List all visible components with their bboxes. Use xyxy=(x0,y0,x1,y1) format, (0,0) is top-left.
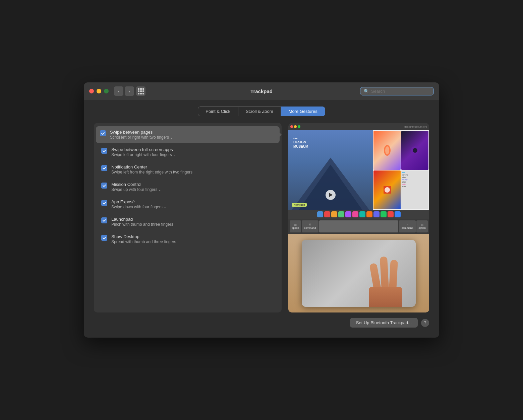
thumb-svg-3 xyxy=(382,185,392,195)
titlebar: ‹ › Trackpad 🔍 xyxy=(84,82,439,100)
checkmark-icon xyxy=(101,131,105,135)
setting-subtitle-app-expose: Swipe down with four fingers ⌄ xyxy=(111,205,274,209)
svg-point-3 xyxy=(385,146,389,154)
setting-launchpad[interactable]: Launchpad Pinch with thumb and three fin… xyxy=(96,213,280,230)
setting-text-notification-center: Notification Center Swipe left from the … xyxy=(111,164,274,174)
dock-icon-11 xyxy=(388,211,394,217)
bluetooth-trackpad-button[interactable]: Set Up Bluetooth Trackpad... xyxy=(350,318,418,328)
tab-scroll-zoom[interactable]: Scroll & Zoom xyxy=(238,107,281,116)
forward-icon: › xyxy=(129,89,130,94)
play-icon xyxy=(329,193,333,197)
dock-icon-5 xyxy=(345,211,351,217)
settings-list: Swipe between pages Scroll left or right… xyxy=(94,123,282,312)
chevron-icon-1: ⌄ xyxy=(173,153,176,157)
checkbox-swipe-fullscreen[interactable] xyxy=(101,148,107,154)
setting-title-mission-control: Mission Control xyxy=(111,182,274,187)
museum-text: the DESIGN MUSEUM xyxy=(293,137,308,149)
key-left-command: ⌘ command xyxy=(302,220,318,232)
tab-more-gestures[interactable]: More Gestures xyxy=(281,107,325,116)
maximize-button[interactable] xyxy=(104,89,109,93)
setting-title-swipe-pages: Swipe between pages xyxy=(110,130,276,135)
checkbox-mission-control[interactable] xyxy=(101,183,107,189)
key-left-cmd-bottom: command xyxy=(304,226,316,229)
checkbox-launchpad[interactable] xyxy=(101,217,107,223)
setting-app-expose[interactable]: App Exposé Swipe down with four fingers … xyxy=(96,196,280,213)
window-title: Trackpad xyxy=(250,88,273,94)
forward-button[interactable]: › xyxy=(125,86,134,96)
setting-text-launchpad: Launchpad Pinch with thumb and three fin… xyxy=(111,217,274,227)
search-bar[interactable]: 🔍 xyxy=(360,87,434,95)
back-icon: ‹ xyxy=(118,89,119,94)
browser-url: designmuseum.org xyxy=(404,125,427,128)
browser-content: the DESIGN MUSEUM xyxy=(288,130,429,210)
grid-button[interactable] xyxy=(136,86,146,96)
setting-swipe-fullscreen[interactable]: Swipe between full-screen apps Swipe lef… xyxy=(96,144,280,160)
checkbox-show-desktop[interactable] xyxy=(101,235,107,241)
checkmark-icon xyxy=(102,201,106,205)
key-right-cmd-bottom: command xyxy=(402,226,413,229)
checkmark-icon xyxy=(102,184,106,188)
setting-show-desktop[interactable]: Show Desktop Spread with thumb and three… xyxy=(96,231,280,248)
setting-text-app-expose: App Exposé Swipe down with four fingers … xyxy=(111,199,274,209)
video-play-button[interactable] xyxy=(326,190,336,200)
checkbox-notification-center[interactable] xyxy=(101,165,107,171)
checkmark-icon xyxy=(102,166,106,170)
setting-subtitle-launchpad: Pinch with thumb and three fingers xyxy=(111,222,274,227)
setting-subtitle-swipe-fullscreen: Swipe left or right with four fingers ⌄ xyxy=(111,152,274,157)
now-open-badge: Now open xyxy=(292,203,307,207)
setting-subtitle-show-desktop: Spread with thumb and three fingers xyxy=(111,239,274,244)
thumb-svg-1 xyxy=(382,144,392,157)
setting-swipe-pages[interactable]: Swipe between pages Scroll left or right… xyxy=(96,126,280,143)
browser-dot-min xyxy=(294,125,297,128)
tab-point-click[interactable]: Point & Click xyxy=(198,107,238,116)
minimize-button[interactable] xyxy=(97,89,101,93)
thumb-text-4: fest commu nique Design grun artist isch… xyxy=(402,171,427,188)
search-input[interactable] xyxy=(371,89,430,94)
setting-title-swipe-fullscreen: Swipe between full-screen apps xyxy=(111,147,274,152)
setting-subtitle-mission-control: Swipe up with four fingers ⌄ xyxy=(111,187,274,192)
browser-dot-close xyxy=(290,125,293,128)
content-area: Point & Click Scroll & Zoom More Gesture… xyxy=(84,100,439,338)
setting-title-notification-center: Notification Center xyxy=(111,164,274,169)
dock-icon-10 xyxy=(381,211,387,217)
dock-icon-12 xyxy=(395,211,401,217)
setting-text-swipe-fullscreen: Swipe between full-screen apps Swipe lef… xyxy=(111,147,274,157)
hand-gesture xyxy=(365,247,406,307)
thumbnail-3 xyxy=(373,170,401,209)
chevron-icon-0: ⌄ xyxy=(170,136,173,139)
key-left-option: alt option xyxy=(290,220,301,232)
setting-title-app-expose: App Exposé xyxy=(111,199,274,204)
help-button[interactable]: ? xyxy=(421,319,429,327)
key-spacebar xyxy=(319,220,398,232)
dock-row xyxy=(288,210,429,219)
building-svg xyxy=(288,154,373,210)
dock-icon-2 xyxy=(324,211,330,217)
browser-dots xyxy=(290,125,300,128)
browser-mockup: designmuseum.org the DESIGN MUSEUM xyxy=(288,123,429,210)
setting-text-show-desktop: Show Desktop Spread with thumb and three… xyxy=(111,234,274,244)
key-left-cmd-top: ⌘ xyxy=(309,223,311,226)
back-button[interactable]: ‹ xyxy=(114,86,123,96)
setting-mission-control[interactable]: Mission Control Swipe up with four finge… xyxy=(96,179,280,195)
svg-point-7 xyxy=(385,187,390,193)
checkmark-icon xyxy=(102,236,106,240)
key-left-option-top: alt xyxy=(294,224,296,226)
checkbox-app-expose[interactable] xyxy=(101,200,107,206)
close-button[interactable] xyxy=(89,89,94,93)
key-right-option-bottom: option xyxy=(418,226,426,229)
setting-notification-center[interactable]: Notification Center Swipe left from the … xyxy=(96,161,280,178)
dock-icon-9 xyxy=(373,211,380,217)
svg-marker-1 xyxy=(299,165,362,210)
traffic-lights xyxy=(89,89,109,93)
thumbnail-2 xyxy=(401,131,428,170)
setting-subtitle-notification-center: Swipe left from the right edge with two … xyxy=(111,170,274,174)
thumbnail-4: fest commu nique Design grun artist isch… xyxy=(401,170,428,209)
thumb-svg-2 xyxy=(410,145,420,155)
chevron-icon-4: ⌄ xyxy=(164,205,166,209)
checkbox-swipe-pages[interactable] xyxy=(100,130,106,136)
thumbnail-1 xyxy=(373,131,401,170)
setting-title-show-desktop: Show Desktop xyxy=(111,234,274,239)
finger-group xyxy=(365,247,406,307)
dock-icon-7 xyxy=(359,211,365,217)
main-area: Swipe between pages Scroll left or right… xyxy=(94,123,429,312)
